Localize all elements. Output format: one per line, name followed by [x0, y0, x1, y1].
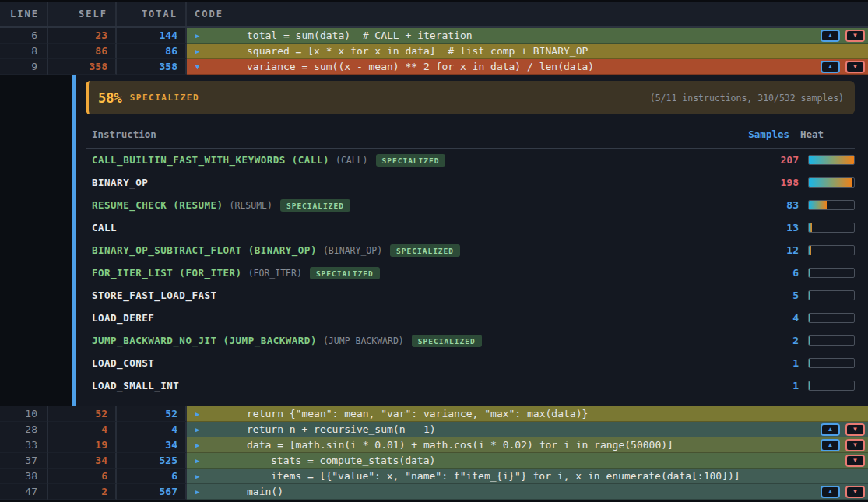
- column-header-total: TOTAL: [117, 2, 187, 26]
- total-count: 34: [117, 437, 187, 453]
- move-down-button[interactable]: ▼: [845, 439, 865, 451]
- instruction-name: LOAD_SMALL_INT: [86, 380, 179, 391]
- specialized-percent: 58%: [98, 90, 122, 106]
- expand-arrow-icon[interactable]: ▶: [195, 32, 199, 39]
- panel-gutter: [0, 75, 72, 406]
- expand-arrow-icon[interactable]: ▶: [195, 47, 199, 54]
- expand-arrow-icon[interactable]: ▶: [195, 426, 199, 433]
- specialized-badge: SPECIALIZED: [376, 154, 446, 167]
- total-count: 525: [117, 453, 187, 469]
- line-number: 47: [0, 484, 48, 500]
- source-code: return n + recursive_sum(n - 1): [187, 423, 436, 435]
- line-number: 8: [0, 44, 48, 59]
- self-count: 19: [48, 437, 117, 453]
- expand-arrow-icon[interactable]: ▶: [195, 410, 199, 417]
- heat-bar: [808, 290, 855, 300]
- move-up-button[interactable]: ▲: [821, 423, 840, 436]
- move-up-button[interactable]: ▲: [821, 30, 840, 42]
- instruction-row: BINARY_OP_SUBTRACT_FLOAT (BINARY_OP) (BI…: [86, 239, 855, 262]
- expand-arrow-icon[interactable]: ▶: [195, 488, 199, 495]
- code-cell[interactable]: ▶ data = [math.sin(i * 0.01) + math.cos(…: [187, 437, 868, 453]
- instruction-name: CALL: [86, 222, 117, 233]
- specialization-summary-banner: 58% SPECIALIZED (5/11 instructions, 310/…: [86, 81, 855, 114]
- total-count: 86: [117, 44, 187, 59]
- header-heat: Heat: [799, 128, 855, 140]
- code-row: 38 6 6 ▶ items = [{"value": x, "name": f…: [0, 469, 868, 484]
- instruction-generic-name: (BINARY_OP): [323, 245, 382, 256]
- code-row: 8 86 86 ▶ squared = [x * x for x in data…: [0, 44, 868, 59]
- heat-bar: [808, 268, 855, 278]
- line-number: 6: [0, 28, 48, 44]
- code-row: 10 52 52 ▶ return {"mean": mean, "var": …: [0, 406, 868, 422]
- instruction-row: JUMP_BACKWARD_NO_JIT (JUMP_BACKWARD) (JU…: [86, 329, 855, 352]
- line-number: 10: [0, 406, 48, 422]
- sample-count: 1: [792, 380, 799, 391]
- instruction-name: RESUME_CHECK (RESUME): [86, 199, 223, 211]
- source-code: data = [math.sin(i * 0.01) + math.cos(i …: [187, 439, 673, 451]
- heat-bar: [808, 335, 855, 346]
- column-header-code: CODE: [187, 2, 868, 26]
- line-number: 9: [0, 59, 48, 75]
- move-up-button[interactable]: ▲: [821, 486, 840, 498]
- panel-content: 58% SPECIALIZED (5/11 instructions, 310/…: [76, 75, 868, 406]
- instruction-row: BINARY_OP 198: [86, 171, 855, 194]
- sample-count: 13: [786, 222, 799, 233]
- code-cell[interactable]: ▶ return {"mean": mean, "var": variance,…: [187, 406, 868, 422]
- code-row: 47 2 567 ▶ main() ▲▼: [0, 484, 868, 500]
- move-down-button[interactable]: ▼: [845, 30, 865, 42]
- code-row: 28 4 4 ▶ return n + recursive_sum(n - 1)…: [0, 422, 868, 437]
- code-cell[interactable]: ▶ main() ▲▼: [187, 484, 868, 500]
- sample-count: 198: [781, 177, 799, 188]
- specialized-detail: (5/11 instructions, 310/532 samples): [650, 93, 844, 104]
- expand-arrow-icon[interactable]: ▶: [195, 441, 199, 448]
- heat-bar: [808, 313, 855, 323]
- instruction-row: CALL_BUILTIN_FAST_WITH_KEYWORDS (CALL) (…: [86, 149, 855, 171]
- heat-bar: [808, 223, 855, 233]
- sample-count: 207: [781, 154, 799, 166]
- collapse-arrow-icon[interactable]: ▼: [195, 63, 199, 70]
- code-cell[interactable]: ▶ squared = [x * x for x in data] # list…: [187, 44, 868, 59]
- line-number: 37: [0, 453, 48, 469]
- self-count: 6: [48, 469, 117, 484]
- instruction-name: FOR_ITER_LIST (FOR_ITER): [86, 267, 242, 279]
- self-count: 4: [48, 422, 117, 437]
- move-down-button[interactable]: ▼: [845, 455, 865, 467]
- move-up-button[interactable]: ▲: [821, 439, 840, 451]
- specialized-label: SPECIALIZED: [130, 93, 199, 103]
- code-row: 6 23 144 ▶ total = sum(data) # CALL + it…: [0, 28, 868, 44]
- self-count: 2: [48, 484, 117, 500]
- total-count: 358: [117, 59, 187, 75]
- code-cell[interactable]: ▼ variance = sum((x - mean) ** 2 for x i…: [187, 59, 868, 75]
- expand-arrow-icon[interactable]: ▶: [195, 472, 199, 479]
- code-cell[interactable]: ▶ items = [{"value": x, "name": f"item_{…: [187, 469, 868, 484]
- code-cell[interactable]: ▶ stats = compute_stats(data) ▼: [187, 453, 868, 469]
- move-up-button[interactable]: ▲: [821, 61, 840, 73]
- column-header-line: LINE: [0, 2, 48, 26]
- instruction-row: LOAD_SMALL_INT 1: [86, 374, 855, 397]
- source-code: return {"mean": mean, "var": variance, "…: [187, 408, 588, 420]
- source-code: stats = compute_stats(data): [187, 455, 435, 466]
- heat-bar: [808, 155, 855, 165]
- instruction-generic-name: (CALL): [336, 155, 368, 166]
- instruction-row: STORE_FAST_LOAD_FAST 5: [86, 284, 855, 307]
- instruction-row: LOAD_CONST 1: [86, 352, 855, 374]
- code-cell[interactable]: ▶ total = sum(data) # CALL + iteration ▲…: [187, 28, 868, 44]
- move-down-button[interactable]: ▼: [845, 486, 865, 498]
- move-down-button[interactable]: ▼: [845, 423, 865, 436]
- heat-bar: [808, 381, 855, 391]
- code-row: 33 19 34 ▶ data = [math.sin(i * 0.01) + …: [0, 437, 868, 453]
- instruction-detail-panel: 58% SPECIALIZED (5/11 instructions, 310/…: [0, 75, 868, 406]
- instruction-rows: CALL_BUILTIN_FAST_WITH_KEYWORDS (CALL) (…: [86, 149, 855, 397]
- line-number: 33: [0, 437, 48, 453]
- table-header: LINE SELF TOTAL CODE: [0, 0, 868, 28]
- instruction-generic-name: (RESUME): [230, 200, 272, 211]
- expand-arrow-icon[interactable]: ▶: [195, 457, 199, 464]
- line-number: 38: [0, 469, 48, 484]
- move-down-button[interactable]: ▼: [845, 61, 865, 73]
- self-count: 86: [48, 44, 117, 59]
- heat-bar: [808, 200, 855, 210]
- code-row: 37 34 525 ▶ stats = compute_stats(data) …: [0, 453, 868, 469]
- source-code: total = sum(data) # CALL + iteration: [187, 30, 473, 41]
- instruction-name: BINARY_OP_SUBTRACT_FLOAT (BINARY_OP): [86, 244, 317, 256]
- code-cell[interactable]: ▶ return n + recursive_sum(n - 1) ▲▼: [187, 422, 868, 437]
